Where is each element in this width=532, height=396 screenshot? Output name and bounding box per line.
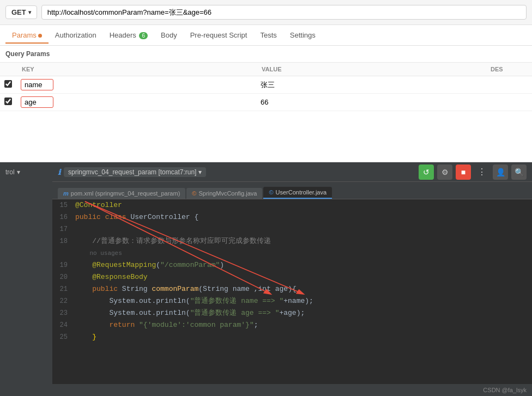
status-text: CSDN @fa_lsyk — [483, 387, 527, 393]
stop-button[interactable]: ■ — [456, 165, 471, 180]
code-line-21: 21 public String commonParam(String name… — [52, 283, 532, 295]
row2-key[interactable]: age — [16, 94, 256, 111]
tab-params[interactable]: Params — [5, 27, 49, 44]
row1-key[interactable]: name — [16, 76, 256, 94]
table-row: name 张三 — [0, 76, 532, 94]
settings-button[interactable]: ⚙ — [437, 165, 452, 180]
tabs-row: Params Authorization Headers 6 Body Pre-… — [0, 25, 532, 46]
row1-key-value[interactable]: name — [21, 79, 53, 90]
code-line-18a: 18 //普通参数：请求参数与形参名称对应即可完成参数传递 — [52, 235, 532, 247]
ide-toolbar: ℹ springmvc_04_request_param [tomcat7:ru… — [52, 162, 532, 182]
chevron-down-icon: ▾ — [28, 9, 31, 15]
ide-file-tabs: m pom.xml (springmvc_04_request_param) ©… — [52, 182, 532, 199]
table-row: age 66 — [0, 94, 532, 111]
method-select[interactable]: GET ▾ — [5, 5, 37, 19]
tab-tests[interactable]: Tests — [253, 27, 283, 44]
springmvc-label: SpringMvcConfig.java — [198, 190, 257, 197]
code-line-24: 24 return "{'module':'common param'}"; — [52, 319, 532, 331]
sidebar-chevron-icon: ▾ — [17, 168, 20, 176]
tab-authorization[interactable]: Authorization — [49, 27, 103, 44]
usercontroller-label: UserController.java — [276, 189, 327, 196]
row2-desc — [485, 94, 532, 111]
more-button[interactable]: ⋮ — [474, 165, 489, 180]
col-check — [0, 63, 16, 76]
file-tab-usercontroller[interactable]: © UserController.java — [263, 187, 332, 199]
params-table: KEY VALUE DES name 张三 ag — [0, 62, 532, 111]
url-bar: GET ▾ — [0, 0, 532, 25]
col-desc: DES — [485, 63, 532, 76]
row2-checkbox-cell[interactable] — [0, 94, 16, 111]
profile-button[interactable]: 👤 — [493, 165, 508, 180]
ide-sidebar: trol ▾ — [0, 162, 52, 396]
url-input[interactable] — [41, 5, 527, 20]
row1-checkbox[interactable] — [4, 80, 12, 88]
tab-settings[interactable]: Settings — [283, 27, 322, 44]
col-value: VALUE — [256, 63, 485, 76]
code-line-18b: no usages — [52, 247, 532, 259]
pom-label: pom.xml (springmvc_04_request_param) — [71, 190, 180, 197]
params-dot — [38, 34, 42, 38]
pom-icon: m — [63, 190, 69, 197]
code-line-15: 15 @Controller — [52, 199, 532, 211]
tab-prerequest[interactable]: Pre-request Script — [184, 27, 254, 44]
idea-logo-icon: ℹ — [58, 168, 61, 176]
run-config-label: springmvc_04_request_param [tomcat7:run] — [68, 168, 196, 176]
run-button[interactable]: ↺ — [419, 165, 434, 180]
row2-value[interactable]: 66 — [256, 94, 485, 111]
code-line-17: 17 — [52, 223, 532, 235]
col-key: KEY — [16, 63, 256, 76]
method-label: GET — [11, 8, 26, 16]
code-line-16: 16 public class UserController { — [52, 211, 532, 223]
postman-panel: GET ▾ Params Authorization Headers 6 Bod… — [0, 0, 532, 162]
row1-desc — [485, 76, 532, 94]
code-line-19: 19 @RequestMapping("/commonParam") — [52, 259, 532, 271]
row1-checkbox-cell[interactable] — [0, 76, 16, 94]
code-line-23: 23 System.out.println("普通参数传递 age ==> "+… — [52, 307, 532, 319]
run-config-selector[interactable]: springmvc_04_request_param [tomcat7:run]… — [64, 167, 206, 177]
ide-section: trol ▾ ℹ springmvc_04_request_param [tom… — [0, 162, 532, 396]
sidebar-trol-label: trol — [5, 168, 15, 176]
file-tab-pom[interactable]: m pom.xml (springmvc_04_request_param) — [58, 188, 185, 199]
file-tab-springmvc[interactable]: © SpringMvcConfig.java — [186, 188, 262, 199]
headers-badge: 6 — [139, 32, 148, 39]
ide-main: ℹ springmvc_04_request_param [tomcat7:ru… — [52, 162, 532, 396]
ide-toolbar-right: ↺ ⚙ ■ ⋮ 👤 🔍 — [419, 165, 527, 180]
row2-checkbox[interactable] — [4, 98, 12, 105]
search-button[interactable]: 🔍 — [511, 165, 527, 180]
run-config-chevron-icon: ▾ — [198, 168, 202, 176]
ide-toolbar-left: ℹ springmvc_04_request_param [tomcat7:ru… — [58, 167, 206, 177]
code-area[interactable]: 15 @Controller 16 public class UserContr… — [52, 199, 532, 384]
tab-body[interactable]: Body — [154, 27, 184, 44]
code-line-20: 20 @ResponseBody — [52, 271, 532, 283]
row2-key-value[interactable]: age — [21, 96, 53, 108]
sidebar-item-trol[interactable]: trol ▾ — [0, 166, 52, 179]
usercontroller-icon: © — [269, 189, 273, 196]
tab-headers[interactable]: Headers 6 — [103, 27, 154, 44]
ide-status-bar: CSDN @fa_lsyk — [52, 384, 532, 396]
row1-value[interactable]: 张三 — [256, 76, 485, 94]
code-line-25: 25 } — [52, 331, 532, 343]
springmvc-icon: © — [192, 190, 196, 197]
code-line-22: 22 System.out.println("普通参数传递 name ==> "… — [52, 295, 532, 307]
query-params-label: Query Params — [0, 46, 532, 62]
